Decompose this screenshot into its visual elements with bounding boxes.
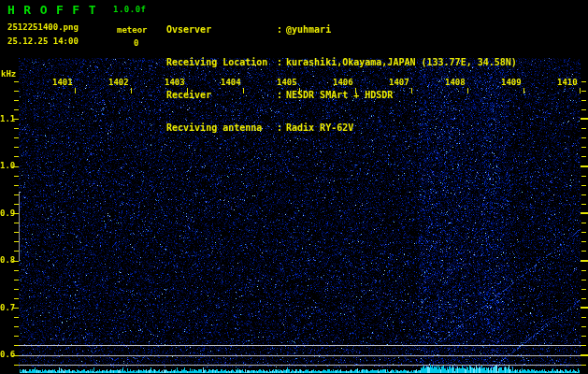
time-tick-label: 1408 xyxy=(445,78,465,87)
freq-tick-label: 0.7 xyxy=(0,303,13,312)
info-row-location: Receiving Location:kurashiki,Okayama,JAP… xyxy=(166,56,587,68)
info-value: Radix RY-62V xyxy=(286,122,353,133)
info-key: Recviving antenna xyxy=(166,122,277,134)
time-tick-label: 1404 xyxy=(221,78,240,87)
time-tick-label: 1401 xyxy=(52,78,72,87)
freq-tick-label: 1.1 xyxy=(0,114,13,123)
info-separator: : xyxy=(277,56,286,68)
info-row-receiver: Receiver:NESDR SMArt + HDSDR xyxy=(166,89,587,101)
info-row-antenna: Recviving antenna:Radix RY-62V xyxy=(166,122,587,134)
datetime-label: 25.12.25 14:00 xyxy=(7,36,79,46)
info-separator: : xyxy=(277,23,286,36)
info-separator: : xyxy=(277,122,286,134)
time-tick-label: 1403 xyxy=(165,78,184,87)
info-key: Ovserver xyxy=(166,23,277,36)
freq-tick-label: 0.6 xyxy=(0,350,13,359)
info-row-observer: Ovserver:@yuhmari xyxy=(166,23,587,36)
time-tick-label: 1402 xyxy=(108,78,128,87)
time-tick-label: 1406 xyxy=(333,78,352,87)
meteor-count-value: 0 xyxy=(134,38,138,48)
meteor-count-label: meteor xyxy=(117,25,148,35)
freq-tick-label: 0.9 xyxy=(0,209,13,218)
time-tick-label: 1407 xyxy=(389,78,409,87)
output-filename-label: 2512251400.png xyxy=(7,22,79,32)
app-title: HROFFT xyxy=(7,3,105,17)
freq-axis-unit-label: kHz xyxy=(1,69,16,79)
time-tick-label: 1405 xyxy=(277,78,296,87)
hrofft-window: HROFFT 1.0.0f 2512251400.png 25.12.25 14… xyxy=(0,0,588,374)
info-key: Receiving Location xyxy=(166,56,277,68)
app-version: 1.0.0f xyxy=(113,5,147,14)
time-tick-label: 1410 xyxy=(557,78,577,87)
freq-tick-label: 0.8 xyxy=(0,255,13,265)
info-value: NESDR SMArt + HDSDR xyxy=(286,90,393,100)
info-separator: : xyxy=(277,89,286,101)
info-value: kurashiki,Okayama,JAPAN (133.77E, 34.58N… xyxy=(286,57,517,67)
freq-tick-label: 1.0 xyxy=(0,161,13,170)
info-key: Receiver xyxy=(166,89,277,101)
info-value: @yuhmari xyxy=(286,24,331,35)
time-tick-label: 1409 xyxy=(501,78,521,87)
